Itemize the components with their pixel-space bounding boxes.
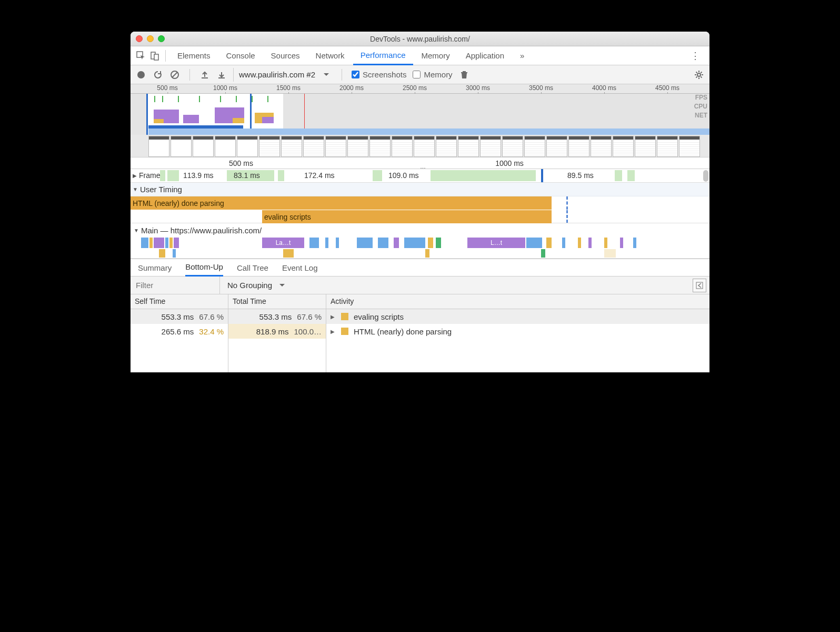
- screenshots-input[interactable]: [352, 71, 359, 78]
- screenshot-thumb[interactable]: [193, 136, 214, 157]
- svg-rect-2: [154, 54, 158, 60]
- memory-input[interactable]: [413, 71, 421, 78]
- overview-body[interactable]: FPS CPU NET: [131, 94, 709, 135]
- col-self-time[interactable]: Self Time: [131, 294, 228, 309]
- activity-cell[interactable]: ▶ evaling scripts: [326, 309, 709, 324]
- screenshot-thumb[interactable]: [347, 136, 368, 157]
- main-thread-track[interactable]: ▼ Main — https://www.paulirish.com/ La…t…: [131, 223, 709, 259]
- screenshot-thumb[interactable]: [215, 136, 236, 157]
- screenshot-thumb[interactable]: [524, 136, 545, 157]
- screenshot-thumb[interactable]: [613, 136, 634, 157]
- overview-panel[interactable]: 500 ms 1000 ms 1500 ms 2000 ms 2500 ms 3…: [131, 84, 709, 157]
- self-pct: 32.4 %: [199, 327, 224, 336]
- total-pct: 100.0…: [294, 327, 322, 336]
- record-button[interactable]: [136, 70, 146, 80]
- screenshot-thumb[interactable]: [546, 136, 567, 157]
- screenshot-thumb[interactable]: [679, 136, 700, 157]
- save-profile-icon[interactable]: [216, 70, 227, 80]
- svg-line-4: [172, 72, 177, 77]
- category-swatch-icon: [341, 328, 348, 335]
- col-activity[interactable]: Activity: [326, 294, 709, 309]
- tab-call-tree[interactable]: Call Tree: [237, 263, 268, 272]
- screenshot-thumb[interactable]: [591, 136, 612, 157]
- clear-button[interactable]: [169, 70, 180, 80]
- activity-cell[interactable]: ▶ HTML (nearly) done parsing: [326, 324, 709, 339]
- heaviest-stack-toggle-icon[interactable]: [693, 279, 706, 292]
- overview-handle-left[interactable]: [146, 94, 148, 135]
- self-pct: 67.6 %: [199, 312, 224, 321]
- timing-bar-evaling[interactable]: evaling scripts: [262, 210, 552, 223]
- tab-sources[interactable]: Sources: [264, 46, 307, 65]
- flame-segment[interactable]: La…t: [262, 238, 304, 248]
- flame-row[interactable]: La…t L…t: [131, 237, 709, 249]
- tab-bottom-up[interactable]: Bottom-Up: [185, 259, 223, 276]
- kebab-menu-icon[interactable]: ⋮: [685, 50, 705, 62]
- flamechart-ruler[interactable]: 500 ms 1000 ms …: [131, 157, 709, 169]
- chevron-right-icon[interactable]: ▶: [133, 173, 137, 179]
- tab-elements[interactable]: Elements: [170, 46, 218, 65]
- tab-network[interactable]: Network: [308, 46, 352, 65]
- user-timing-track[interactable]: ▼ User Timing HTML (nearly) done parsing…: [131, 183, 709, 223]
- tabs-overflow-icon[interactable]: »: [513, 46, 532, 65]
- filter-input[interactable]: [131, 276, 220, 294]
- screenshot-thumb[interactable]: [480, 136, 501, 157]
- load-profile-icon[interactable]: [199, 70, 210, 80]
- total-time-cell[interactable]: 818.9 ms 100.0…: [228, 324, 326, 339]
- chevron-right-icon[interactable]: ▶: [331, 329, 335, 334]
- screenshot-thumb[interactable]: [148, 136, 169, 157]
- chevron-down-icon[interactable]: ▼: [133, 186, 138, 192]
- tab-performance[interactable]: Performance: [353, 46, 413, 65]
- tab-console[interactable]: Console: [219, 46, 263, 65]
- screenshots-label: Screenshots: [363, 70, 406, 79]
- capture-settings-icon[interactable]: [694, 70, 704, 80]
- screenshot-thumb[interactable]: [568, 136, 589, 157]
- screenshot-thumb[interactable]: [171, 136, 192, 157]
- self-time-cell[interactable]: 553.3 ms 67.6 %: [131, 309, 228, 324]
- memory-checkbox[interactable]: Memory: [413, 70, 452, 79]
- tab-event-log[interactable]: Event Log: [282, 263, 318, 272]
- tab-summary[interactable]: Summary: [138, 263, 172, 272]
- current-time-marker[interactable]: [541, 169, 543, 182]
- col-total-time[interactable]: Total Time: [228, 294, 326, 309]
- frames-track[interactable]: ▶ Frames 113.9 ms 83.1 ms 172.4 ms 109.0…: [131, 169, 709, 183]
- chevron-right-icon[interactable]: ▶: [331, 314, 335, 320]
- overview-net-active: [148, 125, 243, 129]
- inspect-icon[interactable]: [135, 50, 147, 62]
- chevron-down-icon[interactable]: ▼: [134, 228, 139, 233]
- timing-bar-label: evaling scripts: [264, 213, 311, 221]
- screenshot-thumb[interactable]: [657, 136, 678, 157]
- screenshot-thumb[interactable]: [369, 136, 391, 157]
- timing-bar-html-parse[interactable]: HTML (nearly) done parsing: [131, 196, 552, 210]
- screenshot-thumb[interactable]: [237, 136, 258, 157]
- tab-memory[interactable]: Memory: [414, 46, 457, 65]
- tab-application[interactable]: Application: [458, 46, 512, 65]
- scrollbar-thumb[interactable]: [703, 170, 708, 182]
- total-time-cell[interactable]: 553.3 ms 67.6 %: [228, 309, 326, 324]
- overview-ruler[interactable]: 500 ms 1000 ms 1500 ms 2000 ms 2500 ms 3…: [131, 84, 709, 94]
- profile-name: www.paulirish.com #2: [239, 70, 315, 79]
- screenshot-thumb[interactable]: [303, 136, 324, 157]
- screenshot-thumb[interactable]: [281, 136, 302, 157]
- frame-value: 113.9 ms: [183, 171, 214, 180]
- filmstrip[interactable]: [131, 135, 709, 157]
- grouping-select[interactable]: No Grouping: [220, 281, 292, 290]
- garbage-collect-icon[interactable]: [459, 70, 469, 80]
- profile-select[interactable]: www.paulirish.com #2: [233, 68, 332, 82]
- screenshots-checkbox[interactable]: Screenshots: [352, 70, 406, 79]
- screenshot-thumb[interactable]: [414, 136, 435, 157]
- screenshot-thumb[interactable]: [458, 136, 479, 157]
- screenshot-thumb[interactable]: [502, 136, 523, 157]
- dashed-marker: [566, 210, 568, 223]
- titlebar[interactable]: DevTools - www.paulirish.com/: [131, 32, 709, 46]
- self-time-cell[interactable]: 265.6 ms 32.4 %: [131, 324, 228, 339]
- screenshot-thumb[interactable]: [392, 136, 413, 157]
- device-toggle-icon[interactable]: [148, 50, 161, 62]
- screenshot-thumb[interactable]: [325, 136, 346, 157]
- screenshot-thumb[interactable]: [259, 136, 280, 157]
- flame-row-2[interactable]: [131, 249, 709, 258]
- reload-button[interactable]: [153, 70, 163, 80]
- flame-segment[interactable]: L…t: [467, 238, 525, 248]
- screenshot-thumb[interactable]: [436, 136, 457, 157]
- screenshot-thumb[interactable]: [635, 136, 656, 157]
- ov-tick: 3000 ms: [466, 84, 490, 92]
